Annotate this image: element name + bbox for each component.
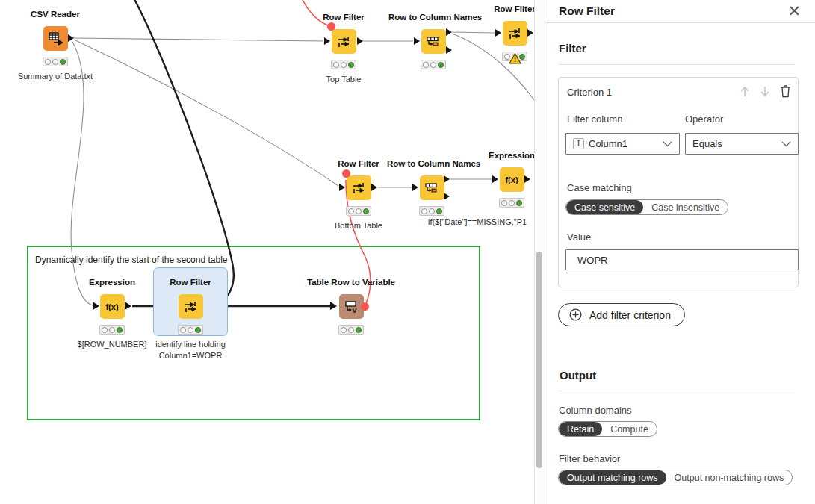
compute-option[interactable]: Compute [602, 422, 657, 436]
svg-text:V: V [352, 307, 356, 314]
node-config-panel: Row Filter ✕ Filter Criterion 1 Filte [545, 0, 815, 504]
filter-column-label: Filter column [567, 113, 622, 125]
column-domains-toggle: Retain Compute [558, 421, 657, 437]
filter-section-heading: Filter [559, 42, 586, 55]
operator-select[interactable]: Equals [685, 133, 799, 155]
panel-title: Row Filter [559, 4, 615, 18]
row-filter-icon [179, 294, 203, 319]
node-csv-reader[interactable]: CSV Reader Summary of Data.txt [10, 10, 100, 82]
node-status-light [421, 60, 446, 69]
node-row-filter-gb-selected[interactable]: Row Filter identify line holding Column1… [146, 278, 235, 361]
case-matching-label: Case matching [567, 182, 632, 193]
close-icon[interactable]: ✕ [787, 2, 801, 20]
expression-icon: f(x) [100, 294, 125, 319]
value-input[interactable]: WOPR [565, 249, 799, 270]
flowvar-port-rowfilter-top[interactable] [327, 22, 335, 31]
operator-label: Operator [685, 113, 723, 125]
flowvar-port-trtv-out[interactable] [361, 302, 369, 311]
string-type-icon: I [573, 138, 584, 149]
delete-criterion-icon[interactable] [780, 84, 791, 98]
value-label: Value [567, 231, 591, 243]
node-status-light [99, 325, 125, 335]
table-row-to-variable-icon: V [339, 294, 364, 319]
filter-behavior-toggle: Output matching rows Output non-matching… [558, 470, 793, 485]
node-expression-gb[interactable]: Expression f(x) $[ROW_NUMBER] [67, 278, 157, 350]
node-status-light [419, 206, 444, 216]
flowvar-port-rowfilter-mid[interactable] [342, 169, 350, 178]
scrollbar-thumb[interactable] [536, 252, 542, 468]
node-status-light [338, 325, 364, 335]
criterion-label: Criterion 1 [567, 87, 612, 98]
node-row-filter-top[interactable]: Row Filter Top Table [299, 13, 388, 85]
warning-icon: ! [509, 53, 521, 64]
vertical-scrollbar[interactable] [535, 0, 545, 504]
add-filter-criterion-button[interactable]: Add filter criterion [558, 303, 685, 326]
expression-node-annotation: if($["Date"]==MISSING,"P1 [428, 217, 527, 226]
svg-text:f(x): f(x) [505, 175, 518, 184]
row-filter-icon [503, 21, 527, 46]
node-status-light [346, 206, 371, 216]
chevron-down-icon [663, 141, 672, 147]
filter-column-select[interactable]: I Column1 [565, 133, 680, 155]
connection-rowfilter-gb-offscreen[interactable] [131, 0, 234, 305]
node-row-filter-topright[interactable]: Row Filter ! [470, 4, 535, 61]
row-filter-icon [347, 175, 371, 200]
case-insensitive-option[interactable]: Case insensitive [643, 200, 728, 214]
output-section-heading: Output [560, 369, 596, 382]
node-status-light [499, 198, 524, 208]
criterion-card: Criterion 1 Filter column Operator I C [558, 77, 799, 287]
node-status-light [178, 325, 203, 335]
output-matching-rows-option[interactable]: Output matching rows [559, 470, 666, 485]
connection-csv-to-rowfilter-top[interactable] [74, 38, 323, 41]
node-row-to-column-names-top[interactable]: Row to Column Names [388, 13, 478, 69]
node-status-light [331, 60, 356, 69]
divider [559, 391, 795, 391]
row-to-column-names-icon [420, 175, 444, 200]
column-domains-label: Column domains [559, 405, 632, 416]
node-status-light [43, 57, 68, 66]
divider [559, 64, 795, 65]
node-expression-mid[interactable]: Expression f(x) [467, 151, 535, 208]
output-non-matching-rows-option[interactable]: Output non-matching rows [666, 470, 793, 485]
filter-behavior-label: Filter behavior [559, 453, 620, 464]
expression-icon: f(x) [500, 167, 524, 192]
move-up-icon[interactable] [740, 85, 750, 98]
svg-text:!: ! [514, 56, 516, 63]
move-down-icon[interactable] [760, 85, 770, 98]
knime-workbench: Dynamically identify the start of the se… [0, 0, 815, 504]
case-sensitive-option[interactable]: Case sensitive [566, 200, 643, 214]
csv-reader-icon [43, 26, 68, 51]
chevron-down-icon [781, 141, 791, 147]
retain-option[interactable]: Retain [559, 422, 602, 436]
workflow-canvas[interactable]: Dynamically identify the start of the se… [0, 0, 535, 504]
node-row-to-column-names-mid[interactable]: Row to Column Names [387, 159, 477, 216]
row-to-column-names-icon [421, 29, 446, 54]
node-status-light-warning: ! [502, 52, 527, 61]
row-filter-icon [332, 29, 356, 54]
plus-circle-icon [569, 308, 582, 321]
case-matching-toggle: Case sensitive Case insensitive [565, 199, 728, 215]
divider [545, 22, 815, 23]
svg-text:f(x): f(x) [105, 302, 118, 311]
node-table-row-to-variable[interactable]: Table Row to Variable V [306, 278, 396, 335]
